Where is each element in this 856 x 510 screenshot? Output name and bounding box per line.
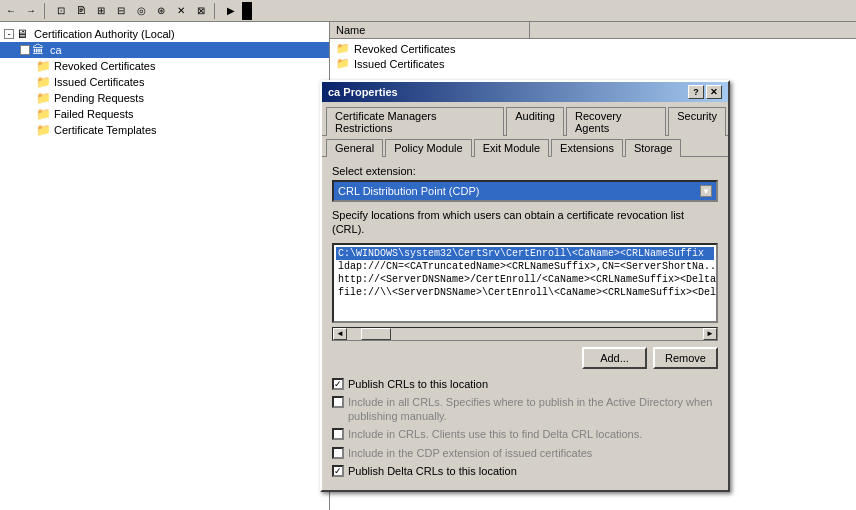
- tree-item-templates[interactable]: 📁 Certificate Templates: [0, 122, 329, 138]
- tree-item-ca[interactable]: - 🏛 ca: [0, 42, 329, 58]
- checkbox-include-all-crls-label: Include in all CRLs. Specifies where to …: [348, 395, 718, 424]
- checkbox-publish-crl-input[interactable]: [332, 378, 344, 390]
- add-remove-buttons: Add... Remove: [332, 347, 718, 369]
- extension-value: CRL Distribution Point (CDP): [338, 185, 479, 197]
- toolbar-btn6[interactable]: ⊛: [152, 2, 170, 20]
- list-view-header: Name: [330, 22, 856, 39]
- toolbar-forward[interactable]: →: [22, 2, 40, 20]
- extension-description: Specify locations from which users can o…: [332, 208, 718, 237]
- tree-label-failed: Failed Requests: [54, 108, 134, 120]
- tree-label-root: Certification Authority (Local): [34, 28, 175, 40]
- select-extension-label: Select extension:: [332, 165, 718, 177]
- toolbar-btn3[interactable]: ⊞: [92, 2, 110, 20]
- expand-ca[interactable]: -: [20, 45, 30, 55]
- toolbar-btn9[interactable]: ▶: [222, 2, 240, 20]
- tab-auditing[interactable]: Auditing: [506, 107, 564, 136]
- dialog-content: Select extension: CRL Distribution Point…: [322, 157, 728, 490]
- dialog-close-button[interactable]: ✕: [706, 85, 722, 99]
- add-button[interactable]: Add...: [582, 347, 647, 369]
- col-header-name[interactable]: Name: [330, 22, 530, 38]
- checkbox-publish-crl: Publish CRLs to this location: [332, 377, 718, 391]
- locations-list[interactable]: C:\WINDOWS\system32\CertSrv\CertEnroll\<…: [332, 243, 718, 323]
- tree-item-revoked[interactable]: 📁 Revoked Certificates: [0, 58, 329, 74]
- toolbar-btn5[interactable]: ◎: [132, 2, 150, 20]
- checkbox-include-crls-input[interactable]: [332, 428, 344, 440]
- dialog-help-button[interactable]: ?: [688, 85, 704, 99]
- remove-button[interactable]: Remove: [653, 347, 718, 369]
- toolbar-back[interactable]: ←: [2, 2, 20, 20]
- computer-icon: 🖥: [16, 27, 32, 41]
- dropdown-arrow[interactable]: ▼: [700, 185, 712, 197]
- tab-exit-module[interactable]: Exit Module: [474, 139, 549, 157]
- checkbox-include-cdp-input[interactable]: [332, 447, 344, 459]
- toolbar-btn7[interactable]: ✕: [172, 2, 190, 20]
- tree-label-ca: ca: [50, 44, 62, 56]
- toolbar-btn8[interactable]: ⊠: [192, 2, 210, 20]
- tree-label-issued: Issued Certificates: [54, 76, 144, 88]
- list-item-icon-0: 📁: [336, 42, 350, 55]
- toolbar: ← → ⊡ 🖹 ⊞ ⊟ ◎ ⊛ ✕ ⊠ ▶: [0, 0, 856, 22]
- tab-recovery-agents[interactable]: Recovery Agents: [566, 107, 666, 136]
- left-panel: - 🖥 Certification Authority (Local) - 🏛 …: [0, 22, 330, 510]
- checkbox-include-cdp: Include in the CDP extension of issued c…: [332, 446, 718, 460]
- checkbox-include-all-crls-input[interactable]: [332, 396, 344, 408]
- toolbar-btn1[interactable]: ⊡: [52, 2, 70, 20]
- tab-general[interactable]: General: [326, 139, 383, 157]
- expand-root[interactable]: -: [4, 29, 14, 39]
- toolbar-btn10[interactable]: [242, 2, 252, 20]
- checkbox-publish-delta: Publish Delta CRLs to this location: [332, 464, 718, 478]
- location-item-1[interactable]: ldap:///CN=<CATruncatedName><CRLNameSuff…: [336, 260, 714, 273]
- checkbox-include-crls: Include in CRLs. Clients use this to fin…: [332, 427, 718, 441]
- dialog-title-buttons: ? ✕: [688, 85, 722, 99]
- scroll-thumb[interactable]: [361, 328, 391, 340]
- tabs-row-1: Certificate Managers Restrictions Auditi…: [322, 102, 728, 136]
- tab-policy-module[interactable]: Policy Module: [385, 139, 471, 157]
- checkbox-publish-delta-input[interactable]: [332, 465, 344, 477]
- scroll-left[interactable]: ◄: [333, 328, 347, 340]
- dialog-titlebar: ca Properties ? ✕: [322, 82, 728, 102]
- toolbar-sep1: [44, 3, 48, 19]
- toolbar-btn2[interactable]: 🖹: [72, 2, 90, 20]
- location-item-0[interactable]: C:\WINDOWS\system32\CertSrv\CertEnroll\<…: [336, 247, 714, 260]
- tree-label-revoked: Revoked Certificates: [54, 60, 156, 72]
- folder-icon-pending: 📁: [36, 91, 52, 105]
- dialog: ca Properties ? ✕ Certificate Managers R…: [320, 80, 730, 492]
- checkbox-include-cdp-label: Include in the CDP extension of issued c…: [348, 446, 592, 460]
- dialog-title: ca Properties: [328, 86, 398, 98]
- folder-icon-issued: 📁: [36, 75, 52, 89]
- scroll-right[interactable]: ►: [703, 328, 717, 340]
- list-item-0[interactable]: 📁 Revoked Certificates: [332, 41, 854, 56]
- checkbox-include-crls-label: Include in CRLs. Clients use this to fin…: [348, 427, 642, 441]
- tab-extensions[interactable]: Extensions: [551, 139, 623, 157]
- folder-icon-revoked: 📁: [36, 59, 52, 73]
- h-scrollbar[interactable]: ◄ ►: [332, 327, 718, 341]
- ca-icon: 🏛: [32, 43, 48, 57]
- tab-cert-managers[interactable]: Certificate Managers Restrictions: [326, 107, 504, 136]
- tree-item-failed[interactable]: 📁 Failed Requests: [0, 106, 329, 122]
- location-item-3[interactable]: file://\\<ServerDNSName>\CertEnroll\<CaN…: [336, 286, 714, 299]
- list-item-icon-1: 📁: [336, 57, 350, 70]
- list-items: 📁 Revoked Certificates 📁 Issued Certific…: [330, 39, 856, 73]
- list-item-label-0: Revoked Certificates: [354, 43, 456, 55]
- tabs-row-2: General Policy Module Exit Module Extens…: [322, 136, 728, 157]
- location-item-2[interactable]: http://<ServerDNSName>/CertEnroll/<CaNam…: [336, 273, 714, 286]
- tab-storage[interactable]: Storage: [625, 139, 682, 157]
- folder-icon-failed: 📁: [36, 107, 52, 121]
- list-item-label-1: Issued Certificates: [354, 58, 444, 70]
- folder-icon-templates: 📁: [36, 123, 52, 137]
- tree-label-templates: Certificate Templates: [54, 124, 157, 136]
- tree-item-pending[interactable]: 📁 Pending Requests: [0, 90, 329, 106]
- checkbox-publish-delta-label: Publish Delta CRLs to this location: [348, 464, 517, 478]
- checkbox-publish-crl-label: Publish CRLs to this location: [348, 377, 488, 391]
- tree-item-issued[interactable]: 📁 Issued Certificates: [0, 74, 329, 90]
- toolbar-sep2: [214, 3, 218, 19]
- tree-view: - 🖥 Certification Authority (Local) - 🏛 …: [0, 22, 329, 142]
- tree-label-pending: Pending Requests: [54, 92, 144, 104]
- checkbox-include-all-crls: Include in all CRLs. Specifies where to …: [332, 395, 718, 424]
- list-item-1[interactable]: 📁 Issued Certificates: [332, 56, 854, 71]
- tree-item-root[interactable]: - 🖥 Certification Authority (Local): [0, 26, 329, 42]
- extension-dropdown[interactable]: CRL Distribution Point (CDP) ▼: [332, 180, 718, 202]
- tab-security[interactable]: Security: [668, 107, 726, 136]
- toolbar-btn4[interactable]: ⊟: [112, 2, 130, 20]
